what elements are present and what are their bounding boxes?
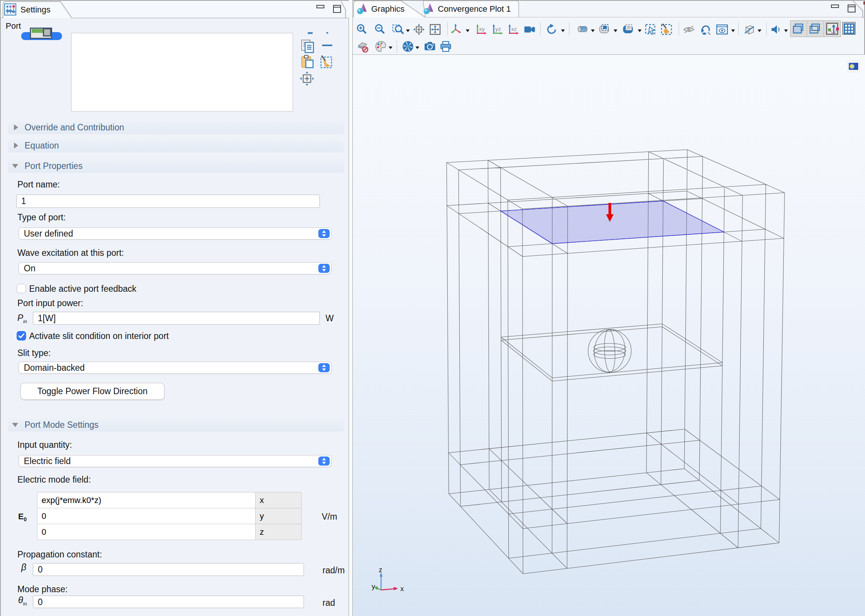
- svg-text:z: z: [379, 566, 382, 574]
- svg-text:xy: xy: [479, 26, 485, 32]
- svg-text:xz: xz: [511, 26, 517, 32]
- svg-text:x: x: [400, 585, 404, 592]
- svg-text:y: y: [372, 583, 375, 590]
- svg-text:yz: yz: [495, 26, 501, 32]
